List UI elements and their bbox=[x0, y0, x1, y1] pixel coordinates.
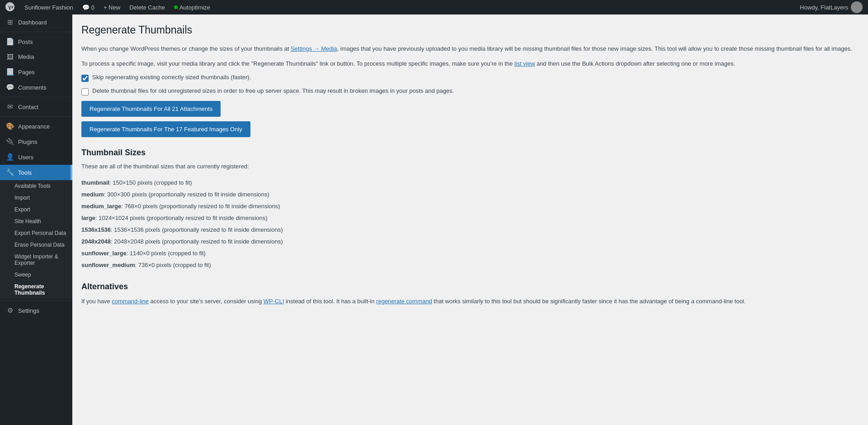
sidebar-item-media[interactable]: 🖼 Media bbox=[0, 49, 72, 64]
submenu-available-tools[interactable]: Available Tools bbox=[0, 180, 72, 192]
size-sunflower-large: sunflower_large: 1140×0 pixels (cropped … bbox=[81, 248, 859, 259]
sidebar-item-tools[interactable]: 🔧 Tools bbox=[0, 165, 72, 180]
regenerate-all-button[interactable]: Regenerate Thumbnails For All 21 Attachm… bbox=[81, 101, 221, 117]
command-line-link[interactable]: command-line bbox=[112, 298, 149, 305]
size-thumbnail: thumbnail: 150×150 pixels (cropped to fi… bbox=[81, 177, 859, 189]
size-medium-large: medium_large: 768×0 pixels (proportional… bbox=[81, 201, 859, 212]
sidebar-item-appearance[interactable]: 🎨 Appearance bbox=[0, 119, 72, 134]
contact-icon: ✉ bbox=[5, 103, 14, 111]
alt-text4: that works similarly to this tool but sh… bbox=[432, 298, 746, 305]
sidebar-item-users[interactable]: 👤 Users bbox=[0, 149, 72, 165]
desc2-text: To process a specific image, visit your … bbox=[81, 60, 514, 67]
admin-bar: Sunflower Fashion 💬 0 + New Delete Cache… bbox=[0, 0, 868, 14]
submenu-widget-importer-exporter[interactable]: Widget Importer & Exporter bbox=[0, 251, 72, 269]
submenu-export[interactable]: Export bbox=[0, 204, 72, 215]
checkbox-row-2: Delete thumbnail files for old unregiste… bbox=[81, 87, 859, 96]
delete-thumbnail-label: Delete thumbnail files for old unregiste… bbox=[92, 87, 454, 94]
autoptimize-status-dot bbox=[174, 5, 178, 9]
adminbar-right: Howdy, FlatLayers bbox=[800, 1, 868, 13]
sidebar-item-label: Tools bbox=[18, 169, 32, 176]
posts-icon: 📄 bbox=[5, 38, 14, 46]
delete-thumbnail-checkbox[interactable] bbox=[81, 88, 89, 96]
alternatives-title: Alternatives bbox=[81, 282, 859, 291]
sidebar-item-label: Posts bbox=[18, 38, 33, 45]
desc1-text: When you change WordPress themes or chan… bbox=[81, 45, 291, 52]
main-content: Regenerate Thumbnails When you change Wo… bbox=[72, 14, 868, 425]
sidebar-item-dashboard[interactable]: ⊞ Dashboard bbox=[0, 14, 72, 30]
skip-regenerating-label: Skip regenerating existing correctly siz… bbox=[92, 74, 251, 81]
avatar[interactable] bbox=[851, 1, 863, 13]
appearance-icon: 🎨 bbox=[5, 122, 14, 130]
alternatives-paragraph: If you have command-line access to your … bbox=[81, 297, 859, 306]
autoptimize-item[interactable]: Autoptimize bbox=[170, 0, 215, 14]
new-content-item[interactable]: + New bbox=[99, 0, 125, 14]
sidebar: ⊞ Dashboard 📄 Posts 🖼 Media 📃 Pages 💬 Co… bbox=[0, 14, 72, 425]
settings-media-link[interactable]: Settings → Media bbox=[291, 45, 337, 52]
thumbnail-sizes-list: thumbnail: 150×150 pixels (cropped to fi… bbox=[81, 177, 859, 271]
desc2b-text: and then use the Bulk Actions dropdown a… bbox=[535, 60, 735, 67]
howdy-text: Howdy, FlatLayers bbox=[800, 4, 848, 11]
media-icon: 🖼 bbox=[5, 53, 14, 61]
thumbnail-sizes-desc: These are all of the thumbnail sizes tha… bbox=[81, 162, 859, 172]
submenu-regenerate-thumbnails[interactable]: Regenerate Thumbnails bbox=[0, 281, 72, 299]
sidebar-item-label: Plugins bbox=[18, 138, 38, 145]
users-icon: 👤 bbox=[5, 153, 14, 161]
site-name-label: Sunflower Fashion bbox=[24, 4, 73, 11]
comment-icon: 💬 bbox=[82, 4, 90, 11]
submenu-export-personal-data[interactable]: Export Personal Data bbox=[0, 227, 72, 239]
sidebar-item-settings[interactable]: ⚙ Settings bbox=[0, 303, 72, 318]
size-large: large: 1024×1024 pixels (proportionally … bbox=[81, 212, 859, 224]
wpcli-link[interactable]: WP-CLI bbox=[264, 298, 284, 305]
sidebar-item-plugins[interactable]: 🔌 Plugins bbox=[0, 134, 72, 149]
sidebar-item-contact[interactable]: ✉ Contact bbox=[0, 99, 72, 115]
page-title: Regenerate Thumbnails bbox=[81, 24, 859, 37]
sidebar-item-comments[interactable]: 💬 Comments bbox=[0, 80, 72, 95]
size-medium: medium: 300×300 pixels (proportionally r… bbox=[81, 189, 859, 201]
sidebar-item-label: Pages bbox=[18, 69, 35, 76]
menu-divider bbox=[0, 301, 72, 301]
submenu-import[interactable]: Import bbox=[0, 192, 72, 204]
comments-item[interactable]: 💬 0 bbox=[78, 0, 99, 14]
sidebar-item-label: Settings bbox=[18, 307, 39, 314]
tools-submenu: Available Tools Import Export Site Healt… bbox=[0, 180, 72, 299]
menu-divider bbox=[0, 116, 72, 117]
autoptimize-label: Autoptimize bbox=[179, 4, 210, 11]
site-name-item[interactable]: Sunflower Fashion bbox=[20, 0, 78, 14]
submenu-site-health[interactable]: Site Health bbox=[0, 215, 72, 227]
submenu-sweep[interactable]: Sweep bbox=[0, 269, 72, 281]
sidebar-item-label: Dashboard bbox=[18, 19, 47, 26]
alt-text1: If you have bbox=[81, 298, 112, 305]
regenerate-command-link[interactable]: regenerate command bbox=[376, 298, 432, 305]
sidebar-item-label: Contact bbox=[18, 104, 38, 110]
comments-count: 0 bbox=[91, 4, 94, 11]
sidebar-item-pages[interactable]: 📃 Pages bbox=[0, 64, 72, 80]
size-sunflower-medium: sunflower_medium: 736×0 pixels (cropped … bbox=[81, 259, 859, 271]
sidebar-item-label: Appearance bbox=[18, 123, 50, 130]
plugins-icon: 🔌 bbox=[5, 138, 14, 146]
menu-divider bbox=[0, 32, 72, 32]
sidebar-item-label: Users bbox=[18, 154, 33, 161]
description-paragraph-2: To process a specific image, visit your … bbox=[81, 59, 859, 69]
list-view-link[interactable]: list view bbox=[514, 60, 535, 67]
alt-text2: access to your site's server, consider u… bbox=[149, 298, 264, 305]
delete-cache-item[interactable]: Delete Cache bbox=[125, 0, 170, 14]
sidebar-item-label: Comments bbox=[18, 84, 47, 91]
regenerate-featured-button[interactable]: Regenerate Thumbnails For The 17 Feature… bbox=[81, 121, 250, 137]
submenu-erase-personal-data[interactable]: Erase Personal Data bbox=[0, 239, 72, 251]
settings-icon: ⚙ bbox=[5, 306, 14, 315]
size-1536x1536: 1536x1536: 1536×1536 pixels (proportiona… bbox=[81, 224, 859, 236]
description-paragraph-1: When you change WordPress themes or chan… bbox=[81, 44, 859, 54]
checkbox-row-1: Skip regenerating existing correctly siz… bbox=[81, 74, 859, 82]
sidebar-item-posts[interactable]: 📄 Posts bbox=[0, 34, 72, 49]
skip-regenerating-checkbox[interactable] bbox=[81, 75, 89, 82]
delete-cache-label: Delete Cache bbox=[129, 4, 165, 11]
comments-icon: 💬 bbox=[5, 83, 14, 91]
sidebar-item-label: Media bbox=[18, 53, 34, 60]
pages-icon: 📃 bbox=[5, 68, 14, 76]
menu-divider bbox=[0, 97, 72, 97]
new-label: + New bbox=[104, 4, 120, 11]
thumbnail-sizes-title: Thumbnail Sizes bbox=[81, 148, 859, 158]
dashboard-icon: ⊞ bbox=[5, 18, 14, 26]
wp-logo[interactable] bbox=[0, 2, 20, 13]
alt-text3: instead of this tool. It has a built-in bbox=[284, 298, 376, 305]
